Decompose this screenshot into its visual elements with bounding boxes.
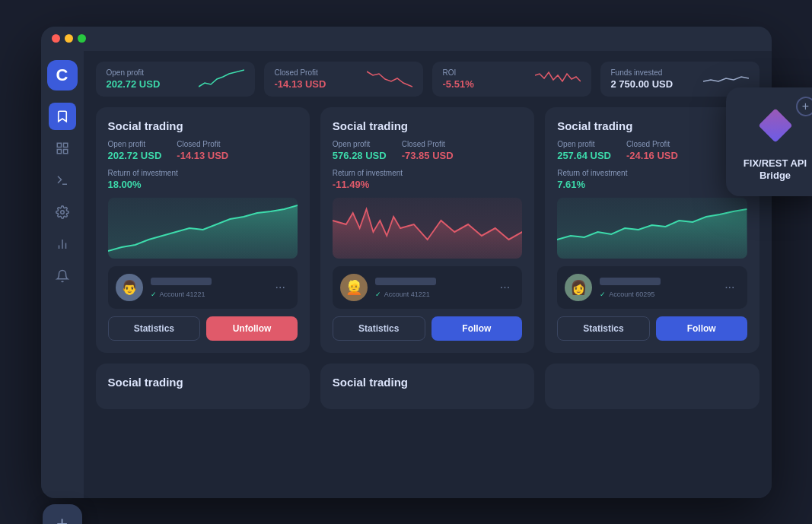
- card-2-chart: [333, 198, 522, 259]
- card-3-account: ✓ Account 60295: [600, 291, 712, 298]
- card-2-title: Social trading: [333, 119, 522, 132]
- card-2-user-row: 👱 ✓ Account 41221 ···: [333, 266, 522, 309]
- content-area[interactable]: Social trading Open profit 202.72 USD Cl…: [84, 107, 772, 498]
- main-content: Open profit 202.72 USD Closed Profit -14…: [84, 51, 772, 498]
- bottom-cards-grid: Social trading Social trading: [96, 364, 759, 409]
- logo-button[interactable]: C: [47, 60, 78, 91]
- mini-chart-open-profit: [199, 68, 244, 91]
- card-2-user-info: ✓ Account 41221: [375, 277, 488, 298]
- stat-label-open-profit: Open profit: [107, 68, 189, 77]
- svg-marker-11: [557, 209, 747, 259]
- svg-rect-3: [63, 149, 67, 153]
- bottom-card-2: Social trading: [320, 364, 534, 409]
- svg-rect-0: [57, 143, 61, 147]
- stat-value-open-profit: 202.72 USD: [107, 78, 189, 90]
- stats-bar: Open profit 202.72 USD Closed Profit -14…: [84, 51, 772, 107]
- check-icon-1: ✓: [151, 291, 157, 298]
- card-2-roi-section: Return of investment -11.49%: [333, 169, 522, 190]
- dot-red[interactable]: [52, 34, 60, 43]
- stat-card-open-profit: Open profit 202.72 USD: [96, 62, 255, 97]
- stat-info-funds: Funds invested 2 750.00 USD: [611, 68, 694, 90]
- card-1-closed-profit: Closed Profit -14.13 USD: [177, 140, 228, 161]
- bottom-card-1-title: Social trading: [108, 376, 298, 389]
- nav-item-gear[interactable]: [49, 198, 76, 226]
- stat-value-funds: 2 750.00 USD: [611, 78, 694, 90]
- card-3-more-btn[interactable]: ···: [720, 279, 739, 296]
- card-3-roi-section: Return of investment 7.61%: [557, 169, 747, 190]
- dot-green[interactable]: [78, 34, 86, 43]
- card-3-user-name: [600, 278, 661, 285]
- card-2-statistics-btn[interactable]: Statistics: [333, 316, 425, 341]
- stat-card-roi: ROI -5.51%: [432, 62, 591, 97]
- card-3-statistics-btn[interactable]: Statistics: [557, 316, 650, 341]
- card-2-closed-profit: Closed Profit -73.85 USD: [402, 140, 454, 161]
- card-1-more-btn[interactable]: ···: [270, 279, 289, 296]
- card-1-chart: [108, 198, 298, 259]
- sidebar: C +: [41, 51, 84, 498]
- stat-label-roi: ROI: [443, 68, 526, 77]
- card-2-avatar: 👱: [340, 274, 368, 301]
- card-1-actions: Statistics Unfollow: [108, 316, 298, 341]
- trading-card-1: Social trading Open profit 202.72 USD Cl…: [96, 107, 310, 353]
- api-widget-title: FIX/REST API Bridge: [737, 157, 813, 183]
- bottom-card-2-title: Social trading: [333, 376, 522, 389]
- check-icon-3: ✓: [600, 291, 606, 298]
- api-widget: + FIX/REST API Bridge: [726, 87, 813, 197]
- card-3-follow-btn[interactable]: Follow: [656, 316, 747, 341]
- card-1-profits: Open profit 202.72 USD Closed Profit -14…: [108, 140, 298, 161]
- card-3-profits: Open profit 257.64 USD Closed Profit -24…: [557, 140, 747, 161]
- card-1-unfollow-btn[interactable]: Unfollow: [206, 316, 298, 341]
- dot-yellow[interactable]: [65, 34, 73, 43]
- mini-chart-closed-profit: [367, 68, 412, 91]
- card-3-chart: [557, 198, 747, 259]
- card-1-user-info: ✓ Account 41221: [151, 277, 263, 298]
- trading-card-2: Social trading Open profit 576.28 USD Cl…: [320, 107, 534, 353]
- card-1-open-profit: Open profit 202.72 USD: [108, 140, 162, 161]
- svg-rect-2: [57, 149, 61, 153]
- card-1-avatar: 👨: [116, 274, 143, 301]
- card-1-user-row: 👨 ✓ Account 41221 ···: [108, 266, 298, 309]
- api-add-button[interactable]: +: [796, 97, 813, 116]
- cards-grid: Social trading Open profit 202.72 USD Cl…: [96, 107, 759, 353]
- card-1-user-name: [151, 278, 212, 285]
- nav-item-bell[interactable]: [49, 262, 76, 290]
- card-2-more-btn[interactable]: ···: [495, 279, 514, 296]
- card-2-user-name: [375, 278, 436, 285]
- svg-rect-12: [758, 108, 792, 142]
- card-3-open-profit: Open profit 257.64 USD: [557, 140, 611, 161]
- stat-value-roi: -5.51%: [443, 78, 526, 90]
- card-3-actions: Statistics Follow: [557, 316, 747, 341]
- stat-value-closed-profit: -14.13 USD: [275, 78, 358, 90]
- card-3-user-row: 👩 ✓ Account 60295 ···: [557, 266, 747, 309]
- stat-label-closed-profit: Closed Profit: [275, 68, 358, 77]
- card-2-follow-btn[interactable]: Follow: [431, 316, 523, 341]
- card-1-title: Social trading: [108, 119, 298, 132]
- card-1-account: ✓ Account 41221: [151, 291, 263, 298]
- check-icon-2: ✓: [375, 291, 381, 298]
- title-bar: [41, 27, 772, 51]
- nav-item-chart[interactable]: [49, 230, 76, 258]
- card-3-title: Social trading: [557, 119, 747, 132]
- stat-info-roi: ROI -5.51%: [443, 68, 526, 90]
- card-2-actions: Statistics Follow: [333, 316, 522, 341]
- bottom-card-3: [545, 364, 759, 409]
- svg-point-5: [60, 210, 64, 214]
- svg-rect-1: [63, 143, 67, 147]
- card-3-closed-profit: Closed Profit -24.16 USD: [626, 140, 678, 161]
- svg-marker-9: [108, 205, 298, 259]
- card-2-profits: Open profit 576.28 USD Closed Profit -73…: [333, 140, 522, 161]
- screen-wrapper: C + Open profit 202.7: [41, 27, 772, 498]
- bottom-card-1: Social trading: [96, 364, 310, 409]
- stat-info-closed-profit: Closed Profit -14.13 USD: [275, 68, 358, 90]
- api-diamond-icon: [751, 101, 800, 150]
- card-3-user-info: ✓ Account 60295: [600, 277, 712, 298]
- add-button[interactable]: +: [43, 504, 82, 525]
- logo-icon: C: [56, 65, 68, 85]
- card-2-account: ✓ Account 41221: [375, 291, 488, 298]
- card-1-statistics-btn[interactable]: Statistics: [108, 316, 201, 341]
- stat-info-open-profit: Open profit 202.72 USD: [107, 68, 189, 90]
- nav-item-grid[interactable]: [49, 135, 76, 162]
- stat-label-funds: Funds invested: [611, 68, 694, 77]
- nav-item-bookmark[interactable]: [49, 103, 76, 130]
- nav-item-terminal[interactable]: [49, 167, 76, 194]
